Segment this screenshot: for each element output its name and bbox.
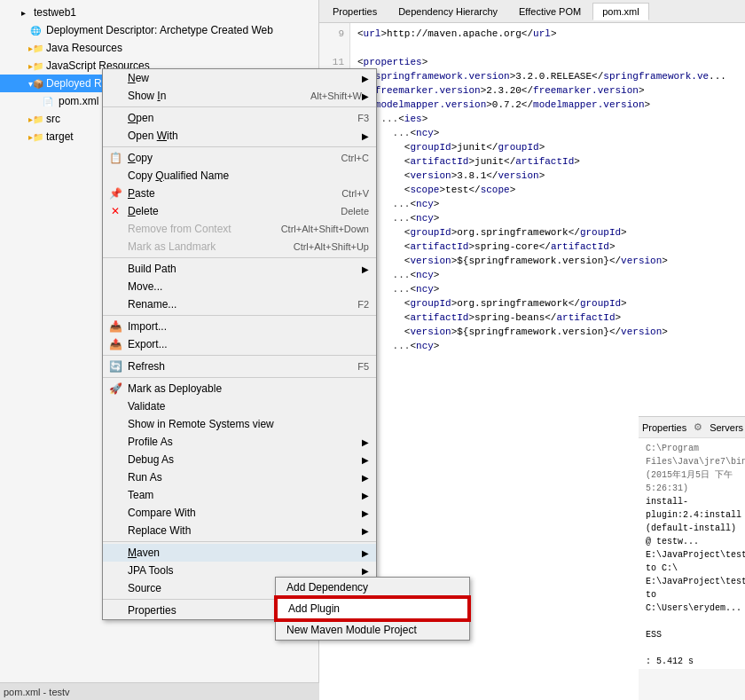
tab-properties[interactable]: Properties	[323, 3, 387, 20]
console-tab-properties[interactable]: Properties	[642, 422, 686, 433]
tree-item-label: target	[46, 130, 74, 143]
menu-item-copy[interactable]: 📋 Copy Ctrl+C	[103, 149, 376, 167]
menu-item-new[interactable]: New ▶	[103, 69, 376, 87]
menu-separator	[103, 315, 376, 316]
delete-icon: ✕	[106, 205, 124, 217]
folder-icon: ▸📁	[28, 130, 43, 144]
tree-item-deployment-descriptor[interactable]: 🌐 Deployment Descriptor: Archetype Creat…	[0, 21, 318, 39]
editor-tabs-bar: Properties Dependency Hierarchy Effectiv…	[319, 0, 745, 23]
console-header: C:\Program Files\Java\jre7\bin\javaw.exe…	[646, 442, 738, 495]
tree-item-testweb1[interactable]: ▸ testweb1	[0, 4, 318, 21]
tree-item-label: src	[46, 113, 60, 125]
menu-separator	[103, 377, 376, 378]
menu-item-delete[interactable]: ✕ Delete Delete	[103, 202, 376, 220]
menu-item-import[interactable]: 📥 Import...	[103, 318, 376, 335]
menu-item-replace-with[interactable]: Replace With ▶	[103, 522, 376, 539]
menu-separator	[103, 106, 376, 107]
tree-item-java-resources[interactable]: ▸📁 Java Resources	[0, 39, 318, 57]
menu-item-show-remote[interactable]: Show in Remote Systems view	[103, 415, 376, 433]
console-output: C:\Program Files\Java\jre7\bin\javaw.exe…	[639, 438, 745, 669]
console-line: E:\JavaProject\testweb1\pom.xml to C:\Us…	[646, 575, 738, 615]
status-text: pom.xml - testv	[4, 687, 70, 697]
folder-icon: ▸📁	[28, 59, 43, 73]
maven-submenu-new-module[interactable]: New Maven Module Project	[276, 620, 469, 640]
deployable-icon: 🚀	[106, 382, 124, 395]
tab-effective-pom[interactable]: Effective POM	[509, 3, 591, 20]
bottom-panel: Properties ⚙ Servers ✂ Snippets Console …	[639, 416, 745, 700]
menu-item-validate[interactable]: Validate	[103, 397, 376, 415]
maven-submenu: Add Dependency Add Plugin New Maven Modu…	[275, 577, 470, 641]
console-line: t: 2015-01-05T17:26:39+08:00	[646, 668, 738, 669]
paste-icon: 📌	[106, 187, 124, 200]
menu-separator	[103, 355, 376, 356]
menu-item-debug-as[interactable]: Debug As ▶	[103, 451, 376, 468]
folder-icon: ▸📁	[28, 41, 43, 55]
menu-item-remove-from-context: Remove from Context Ctrl+Alt+Shift+Down	[103, 220, 376, 238]
menu-item-rename[interactable]: Rename... F2	[103, 295, 376, 313]
tab-dependency-hierarchy[interactable]: Dependency Hierarchy	[388, 3, 507, 20]
console-line: install-plugin:2.4:install (default-inst…	[646, 495, 738, 548]
menu-item-team[interactable]: Team ▶	[103, 486, 376, 504]
tree-item-label: testweb1	[34, 6, 76, 19]
menu-item-move[interactable]: Move...	[103, 278, 376, 295]
maven-submenu-add-plugin[interactable]: Add Plugin	[276, 597, 469, 620]
menu-item-open-with[interactable]: Open With ▶	[103, 127, 376, 145]
menu-item-paste[interactable]: 📌 Paste Ctrl+V	[103, 185, 376, 202]
context-menu: New ▶ Show In Alt+Shift+W ▶ Open F3 Open…	[102, 68, 377, 620]
menu-separator	[103, 541, 376, 542]
descriptor-icon: 🌐	[28, 23, 43, 37]
menu-item-run-as[interactable]: Run As ▶	[103, 468, 376, 486]
tab-pom-xml[interactable]: pom.xml	[592, 3, 649, 20]
menu-item-mark-deployable[interactable]: 🚀 Mark as Deployable	[103, 380, 376, 397]
code-content[interactable]: <url>http://maven.apache.org</url> <prop…	[350, 23, 733, 413]
file-icon: 📄	[41, 94, 55, 108]
menu-separator	[103, 257, 376, 258]
menu-item-refresh[interactable]: 🔄 Refresh F5	[103, 358, 376, 375]
status-bar: pom.xml - testv	[0, 682, 319, 700]
tree-item-label: Deployment Descriptor: Archetype Created…	[46, 24, 273, 36]
menu-item-open[interactable]: Open F3	[103, 109, 376, 127]
tree-item-label: Java Resources	[46, 42, 122, 54]
console-tab-servers[interactable]: Servers	[710, 422, 743, 433]
menu-item-copy-qualified-name[interactable]: Copy Qualified Name	[103, 167, 376, 185]
console-line: ESS	[646, 628, 738, 641]
deploy-icon: ▾📦	[28, 76, 43, 90]
menu-item-show-in[interactable]: Show In Alt+Shift+W ▶	[103, 87, 376, 105]
maven-submenu-add-dependency[interactable]: Add Dependency	[276, 578, 469, 597]
project-icon: ▸	[16, 5, 30, 20]
menu-item-maven[interactable]: Maven ▶	[103, 544, 376, 562]
menu-item-mark-landmark: Mark as Landmark Ctrl+Alt+Shift+Up	[103, 238, 376, 256]
menu-item-build-path[interactable]: Build Path ▶	[103, 260, 376, 278]
folder-icon: ▸📁	[28, 112, 43, 126]
menu-item-export[interactable]: 📤 Export...	[103, 335, 376, 353]
export-icon: 📤	[106, 338, 124, 350]
import-icon: 📥	[106, 320, 124, 333]
menu-separator	[103, 146, 376, 147]
console-toolbar: Properties ⚙ Servers ✂ Snippets Console …	[639, 417, 745, 438]
code-editor[interactable]: 9 11 12 13 14 <url>http:	[319, 23, 745, 413]
tree-item-label: pom.xml	[59, 95, 98, 107]
refresh-icon: 🔄	[106, 360, 124, 373]
menu-item-compare-with[interactable]: Compare With ▶	[103, 504, 376, 522]
console-line: : 5.412 s	[646, 655, 738, 668]
menu-item-profile-as[interactable]: Profile As ▶	[103, 433, 376, 451]
console-line: E:\JavaProject\testweb1\target\testweb1.…	[646, 548, 738, 575]
copy-icon: 📋	[106, 152, 124, 164]
